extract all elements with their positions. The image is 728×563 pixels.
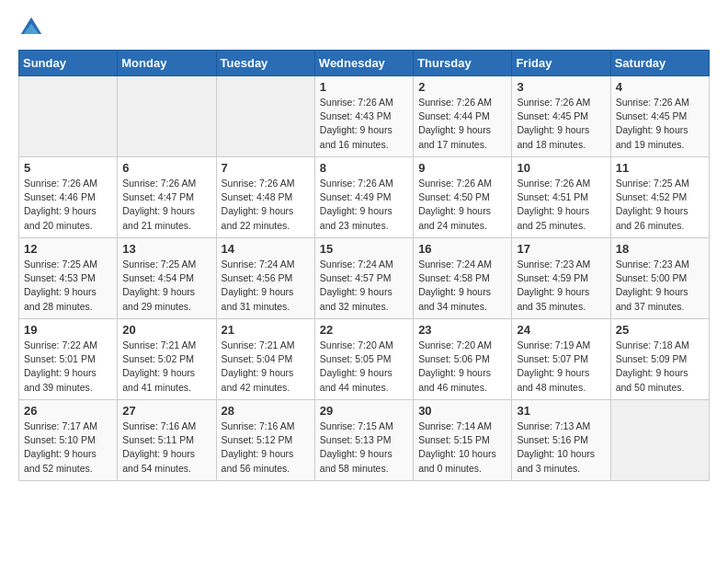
day-info: Sunrise: 7:26 AM Sunset: 4:50 PM Dayligh… (418, 177, 506, 233)
calendar-week-row: 12Sunrise: 7:25 AM Sunset: 4:53 PM Dayli… (19, 238, 710, 319)
calendar-empty-cell (610, 400, 709, 481)
day-number: 9 (418, 161, 506, 175)
day-number: 28 (222, 404, 310, 418)
day-number: 20 (122, 323, 210, 337)
day-number: 24 (517, 323, 605, 337)
day-header-saturday: Saturday (610, 51, 709, 76)
calendar-week-row: 5Sunrise: 7:26 AM Sunset: 4:46 PM Daylig… (19, 157, 710, 238)
day-info: Sunrise: 7:23 AM Sunset: 5:00 PM Dayligh… (616, 258, 704, 314)
day-info: Sunrise: 7:20 AM Sunset: 5:05 PM Dayligh… (320, 339, 408, 395)
day-info: Sunrise: 7:26 AM Sunset: 4:47 PM Dayligh… (122, 177, 210, 233)
day-info: Sunrise: 7:26 AM Sunset: 4:49 PM Dayligh… (320, 177, 408, 233)
day-number: 11 (616, 161, 704, 175)
day-number: 1 (320, 80, 408, 94)
calendar-day-cell: 8Sunrise: 7:26 AM Sunset: 4:49 PM Daylig… (314, 157, 413, 238)
day-number: 14 (222, 242, 310, 256)
calendar-empty-cell (118, 76, 216, 157)
calendar-day-cell: 2Sunrise: 7:26 AM Sunset: 4:44 PM Daylig… (414, 76, 512, 157)
day-number: 29 (320, 404, 408, 418)
calendar-week-row: 19Sunrise: 7:22 AM Sunset: 5:01 PM Dayli… (19, 319, 710, 400)
day-info: Sunrise: 7:26 AM Sunset: 4:48 PM Dayligh… (222, 177, 310, 233)
calendar-week-row: 1Sunrise: 7:26 AM Sunset: 4:43 PM Daylig… (19, 76, 710, 157)
calendar-day-cell: 25Sunrise: 7:18 AM Sunset: 5:09 PM Dayli… (610, 319, 709, 400)
logo (18, 15, 46, 40)
day-number: 31 (517, 404, 605, 418)
calendar-day-cell: 18Sunrise: 7:23 AM Sunset: 5:00 PM Dayli… (610, 238, 709, 319)
day-number: 13 (122, 242, 210, 256)
day-number: 22 (320, 323, 408, 337)
calendar-header-row: SundayMondayTuesdayWednesdayThursdayFrid… (19, 51, 710, 76)
day-number: 27 (122, 404, 210, 418)
calendar-day-cell: 22Sunrise: 7:20 AM Sunset: 5:05 PM Dayli… (314, 319, 413, 400)
day-number: 6 (122, 161, 210, 175)
day-info: Sunrise: 7:17 AM Sunset: 5:10 PM Dayligh… (24, 419, 112, 476)
day-info: Sunrise: 7:26 AM Sunset: 4:51 PM Dayligh… (517, 177, 605, 233)
day-header-monday: Monday (118, 51, 216, 76)
day-number: 4 (616, 80, 704, 94)
day-info: Sunrise: 7:23 AM Sunset: 4:59 PM Dayligh… (517, 258, 605, 314)
calendar-table: SundayMondayTuesdayWednesdayThursdayFrid… (18, 50, 710, 481)
day-info: Sunrise: 7:26 AM Sunset: 4:44 PM Dayligh… (418, 96, 506, 152)
day-info: Sunrise: 7:20 AM Sunset: 5:06 PM Dayligh… (418, 339, 506, 395)
logo-icon (18, 15, 44, 40)
day-number: 25 (616, 323, 704, 337)
day-info: Sunrise: 7:24 AM Sunset: 4:57 PM Dayligh… (320, 258, 408, 314)
calendar-day-cell: 10Sunrise: 7:26 AM Sunset: 4:51 PM Dayli… (512, 157, 610, 238)
day-number: 3 (517, 80, 605, 94)
day-number: 15 (320, 242, 408, 256)
calendar-day-cell: 1Sunrise: 7:26 AM Sunset: 4:43 PM Daylig… (314, 76, 413, 157)
day-info: Sunrise: 7:15 AM Sunset: 5:13 PM Dayligh… (320, 419, 408, 476)
day-info: Sunrise: 7:26 AM Sunset: 4:43 PM Dayligh… (320, 96, 408, 152)
day-info: Sunrise: 7:19 AM Sunset: 5:07 PM Dayligh… (517, 339, 605, 395)
day-info: Sunrise: 7:13 AM Sunset: 5:16 PM Dayligh… (517, 419, 605, 476)
day-number: 7 (222, 161, 310, 175)
day-number: 10 (517, 161, 605, 175)
calendar-day-cell: 7Sunrise: 7:26 AM Sunset: 4:48 PM Daylig… (216, 157, 314, 238)
day-number: 2 (418, 80, 506, 94)
calendar-day-cell: 3Sunrise: 7:26 AM Sunset: 4:45 PM Daylig… (512, 76, 610, 157)
calendar-day-cell: 20Sunrise: 7:21 AM Sunset: 5:02 PM Dayli… (118, 319, 216, 400)
day-header-friday: Friday (512, 51, 610, 76)
day-number: 21 (222, 323, 310, 337)
calendar-day-cell: 15Sunrise: 7:24 AM Sunset: 4:57 PM Dayli… (314, 238, 413, 319)
calendar-day-cell: 17Sunrise: 7:23 AM Sunset: 4:59 PM Dayli… (512, 238, 610, 319)
calendar-day-cell: 13Sunrise: 7:25 AM Sunset: 4:54 PM Dayli… (118, 238, 216, 319)
day-number: 26 (24, 404, 112, 418)
calendar-day-cell: 5Sunrise: 7:26 AM Sunset: 4:46 PM Daylig… (19, 157, 118, 238)
calendar-empty-cell (19, 76, 118, 157)
day-number: 16 (418, 242, 506, 256)
day-number: 12 (24, 242, 112, 256)
day-number: 8 (320, 161, 408, 175)
day-info: Sunrise: 7:26 AM Sunset: 4:45 PM Dayligh… (517, 96, 605, 152)
day-header-wednesday: Wednesday (314, 51, 413, 76)
day-header-thursday: Thursday (414, 51, 512, 76)
calendar-week-row: 26Sunrise: 7:17 AM Sunset: 5:10 PM Dayli… (19, 400, 710, 481)
calendar-day-cell: 28Sunrise: 7:16 AM Sunset: 5:12 PM Dayli… (216, 400, 314, 481)
day-info: Sunrise: 7:16 AM Sunset: 5:12 PM Dayligh… (222, 419, 310, 476)
header (18, 15, 710, 40)
calendar-day-cell: 29Sunrise: 7:15 AM Sunset: 5:13 PM Dayli… (314, 400, 413, 481)
calendar-day-cell: 23Sunrise: 7:20 AM Sunset: 5:06 PM Dayli… (414, 319, 512, 400)
day-number: 18 (616, 242, 704, 256)
calendar-day-cell: 21Sunrise: 7:21 AM Sunset: 5:04 PM Dayli… (216, 319, 314, 400)
day-number: 30 (418, 404, 506, 418)
calendar-day-cell: 6Sunrise: 7:26 AM Sunset: 4:47 PM Daylig… (118, 157, 216, 238)
day-info: Sunrise: 7:25 AM Sunset: 4:52 PM Dayligh… (616, 177, 704, 233)
day-info: Sunrise: 7:25 AM Sunset: 4:53 PM Dayligh… (24, 258, 112, 314)
day-info: Sunrise: 7:22 AM Sunset: 5:01 PM Dayligh… (24, 339, 112, 395)
calendar-day-cell: 24Sunrise: 7:19 AM Sunset: 5:07 PM Dayli… (512, 319, 610, 400)
calendar-day-cell: 16Sunrise: 7:24 AM Sunset: 4:58 PM Dayli… (414, 238, 512, 319)
day-info: Sunrise: 7:18 AM Sunset: 5:09 PM Dayligh… (616, 339, 704, 395)
calendar-day-cell: 27Sunrise: 7:16 AM Sunset: 5:11 PM Dayli… (118, 400, 216, 481)
day-number: 17 (517, 242, 605, 256)
calendar-empty-cell (216, 76, 314, 157)
day-number: 19 (24, 323, 112, 337)
day-header-tuesday: Tuesday (216, 51, 314, 76)
calendar-day-cell: 11Sunrise: 7:25 AM Sunset: 4:52 PM Dayli… (610, 157, 709, 238)
day-info: Sunrise: 7:26 AM Sunset: 4:46 PM Dayligh… (24, 177, 112, 233)
day-info: Sunrise: 7:16 AM Sunset: 5:11 PM Dayligh… (122, 419, 210, 476)
day-info: Sunrise: 7:14 AM Sunset: 5:15 PM Dayligh… (418, 419, 506, 476)
day-info: Sunrise: 7:26 AM Sunset: 4:45 PM Dayligh… (616, 96, 704, 152)
day-number: 5 (24, 161, 112, 175)
day-info: Sunrise: 7:21 AM Sunset: 5:02 PM Dayligh… (122, 339, 210, 395)
